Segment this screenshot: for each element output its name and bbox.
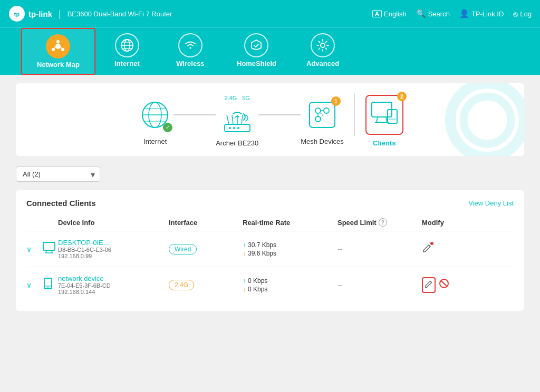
row1-rate-down-value: 39.6 Kbps: [248, 250, 276, 257]
internet-icon-circle: [115, 33, 139, 57]
clients-title: Connected Clients: [26, 199, 96, 208]
filter-row: All (2) Wired 2.4G 5G ▾: [16, 162, 524, 186]
row2-rate: ↑ 0 Kbps ↓ 0 Kbps: [243, 277, 338, 293]
row1-device-info: DESKTOP-0IE... D8-BB-C1-6C-E3-06 192.168…: [58, 239, 169, 259]
wireless-label: Wireless: [176, 60, 204, 67]
homeshield-label: HomeShield: [237, 60, 276, 67]
network-map-icon-circle: [46, 34, 70, 58]
clients-badge: 2: [397, 92, 407, 101]
network-map-label: Network Map: [37, 61, 80, 68]
rate-up-arrow-icon: ↑: [243, 241, 246, 249]
log-button[interactable]: ⎋ Log: [513, 9, 532, 18]
internet-icon: [120, 38, 134, 52]
mesh-node[interactable]: 1 Mesh Devices: [301, 96, 344, 145]
tplink-id-icon: 👤: [459, 9, 469, 18]
svg-point-3: [56, 40, 60, 43]
row2-device-info: network device 7E-04-E5-3F-6B-CD 192.168…: [58, 275, 169, 295]
nav-item-wireless[interactable]: Wireless: [159, 28, 222, 75]
diagram-vertical-divider: [354, 94, 355, 136]
search-label: Search: [428, 10, 450, 18]
row2-chevron[interactable]: ∨: [26, 281, 42, 289]
row1-chevron[interactable]: ∨: [26, 245, 42, 253]
wifi-24g-label: 2.4G: [224, 95, 237, 101]
logo: tp tp-link | BE3600 Dual-Band Wi-Fi 7 Ro…: [8, 5, 172, 22]
speed-limit-help-icon[interactable]: ?: [379, 218, 387, 227]
tplink-logo-icon: tp: [8, 5, 25, 22]
log-icon: ⎋: [513, 9, 518, 18]
homeshield-icon: [249, 38, 263, 52]
filter-select-wrap: All (2) Wired 2.4G 5G ▾: [16, 166, 100, 182]
router-wifi-labels: 2.4G 5G: [224, 95, 250, 101]
svg-line-27: [242, 115, 243, 124]
svg-point-17: [464, 96, 511, 144]
row2-device-name[interactable]: network device: [58, 275, 169, 282]
search-icon: 🔍: [416, 9, 426, 18]
svg-point-15: [321, 43, 325, 47]
nav-item-homeshield[interactable]: HomeShield: [222, 28, 291, 75]
row2-block-button[interactable]: [439, 278, 449, 291]
wifi-5g-label: 5G: [242, 95, 250, 101]
svg-point-14: [189, 47, 191, 49]
search-button[interactable]: 🔍 Search: [416, 9, 450, 18]
row1-interface-badge: Wired: [169, 244, 197, 254]
row1-rate: ↑ 30.7 Kbps ↓ 39.6 Kbps: [243, 241, 338, 257]
row1-notification-dot: [430, 242, 433, 245]
row2-modify: [422, 277, 464, 293]
internet-node-label: Internet: [143, 138, 167, 145]
svg-line-52: [441, 280, 447, 287]
router-node-icon-wrap: [219, 104, 256, 136]
wireless-icon: [184, 38, 197, 52]
row1-interface: Wired: [169, 244, 243, 254]
language-selector[interactable]: A English: [372, 10, 407, 18]
row2-edit-button[interactable]: [422, 277, 436, 293]
internet-node-icon-wrap: ✓: [137, 96, 173, 133]
log-label: Log: [520, 10, 532, 18]
router-node[interactable]: 2.4G 5G: [216, 95, 258, 147]
clients-node-icon-wrap: 2: [365, 95, 403, 135]
svg-line-25: [232, 115, 233, 124]
nav-item-internet[interactable]: Internet: [95, 28, 159, 75]
svg-point-33: [324, 108, 329, 113]
table-header-modify: Modify: [422, 219, 464, 227]
row2-rate-down: ↓ 0 Kbps: [243, 286, 338, 293]
row1-device-name[interactable]: DESKTOP-0IE...: [58, 239, 169, 247]
clients-icon: [370, 99, 399, 129]
row2-rate-up-arrow: ↑: [243, 277, 246, 285]
advanced-icon-circle: [311, 33, 335, 57]
row1-speed-limit: --: [338, 245, 422, 253]
clients-header: Connected Clients View Deny List: [26, 199, 514, 208]
row1-device-mac: D8-BB-C1-6C-E3-06: [58, 247, 169, 253]
clients-node[interactable]: 2 Clients: [365, 95, 403, 147]
wireless-icon-circle: [178, 33, 202, 57]
clients-node-label: Clients: [373, 139, 396, 147]
tplink-id-button[interactable]: 👤 TP-Link ID: [459, 9, 504, 18]
nav-item-network-map[interactable]: Network Map: [21, 28, 95, 75]
block-icon: [439, 278, 449, 289]
language-label: English: [384, 10, 407, 18]
row2-rate-up-value: 0 Kbps: [248, 277, 267, 285]
svg-line-39: [377, 117, 378, 122]
table-row-2: ∨ network device 7E-04-E5-3F-6B-CD 192.1…: [26, 267, 514, 302]
row2-device-mac: 7E-04-E5-3F-6B-CD: [58, 282, 169, 289]
row1-modify: [422, 243, 464, 256]
view-deny-link[interactable]: View Deny List: [468, 199, 514, 207]
table-header-device: Device Info: [58, 219, 169, 227]
rate-down-arrow-icon: ↓: [243, 250, 246, 257]
clients-section: Connected Clients View Deny List Device …: [16, 190, 524, 311]
network-map-icon: [51, 40, 65, 53]
tplink-id-label: TP-Link ID: [471, 10, 504, 18]
svg-point-32: [315, 108, 321, 113]
svg-rect-44: [43, 242, 55, 250]
language-icon: A: [372, 10, 382, 17]
svg-line-37: [321, 113, 324, 116]
nav-item-advanced[interactable]: Advanced: [291, 28, 354, 75]
diagram-line-2: [258, 114, 301, 115]
internet-node[interactable]: ✓ Internet: [137, 96, 173, 145]
filter-select[interactable]: All (2) Wired 2.4G 5G: [16, 166, 100, 182]
mesh-node-label: Mesh Devices: [301, 138, 344, 145]
row2-rate-up: ↑ 0 Kbps: [243, 277, 338, 285]
row1-edit-button[interactable]: [422, 243, 432, 256]
internet-check-badge: ✓: [163, 123, 172, 132]
mesh-badge: 1: [331, 96, 341, 106]
router-icon: [221, 110, 253, 136]
